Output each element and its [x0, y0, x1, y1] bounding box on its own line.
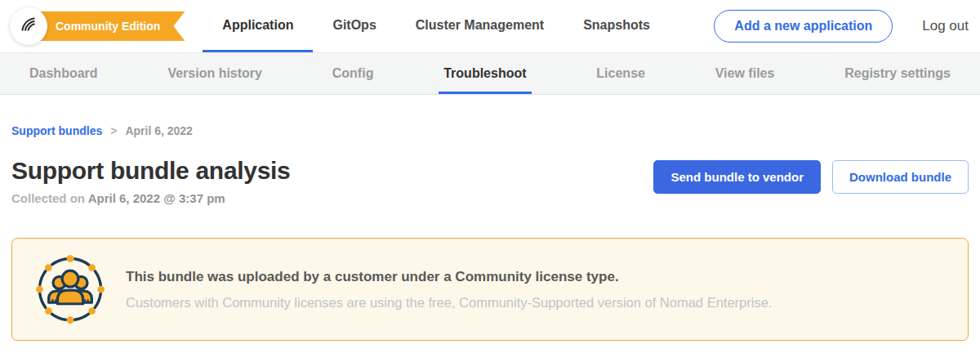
logout-link[interactable]: Log out — [922, 18, 969, 34]
page-title: Support bundle analysis — [11, 157, 290, 185]
bundle-actions: Send bundle to vendor Download bundle — [653, 160, 969, 194]
download-bundle-button[interactable]: Download bundle — [832, 160, 969, 194]
app-logo[interactable] — [10, 7, 47, 45]
banner-text: This bundle was uploaded by a customer u… — [126, 269, 772, 311]
banner-subtitle: Customers with Community licenses are us… — [126, 295, 772, 311]
edition-label: Community Edition — [56, 20, 160, 33]
top-nav-tabs: Application GitOps Cluster Management Sn… — [203, 0, 670, 52]
app-sub-navbar: Dashboard Version history Config Trouble… — [0, 52, 980, 95]
collected-line: Collected on April 6, 2022 @ 3:37 pm — [11, 191, 290, 205]
breadcrumb: Support bundles > April 6, 2022 — [11, 124, 969, 137]
replicated-logo-icon — [18, 14, 39, 38]
subnav-item-version-history[interactable]: Version history — [163, 53, 267, 94]
subnav-item-registry-settings[interactable]: Registry settings — [840, 53, 956, 94]
subnav-item-troubleshoot[interactable]: Troubleshoot — [439, 53, 531, 94]
tab-application[interactable]: Application — [203, 0, 313, 52]
banner-title: This bundle was uploaded by a customer u… — [126, 269, 772, 285]
send-bundle-to-vendor-button[interactable]: Send bundle to vendor — [653, 160, 821, 194]
brand-area: Community Edition — [10, 0, 185, 52]
top-nav-right: Add a new application Log out — [714, 0, 969, 52]
title-block: Support bundle analysis Collected on Apr… — [11, 157, 290, 205]
subnav-item-dashboard[interactable]: Dashboard — [24, 53, 103, 94]
add-application-button[interactable]: Add a new application — [714, 10, 893, 43]
edition-ribbon: Community Edition — [38, 11, 185, 41]
subnav-item-config[interactable]: Config — [327, 53, 379, 94]
subnav-item-view-files[interactable]: View files — [710, 53, 780, 94]
subnav-item-license[interactable]: License — [591, 53, 650, 94]
collected-date: April 6, 2022 @ 3:37 pm — [88, 191, 225, 205]
title-row: Support bundle analysis Collected on Apr… — [11, 157, 969, 205]
tab-snapshots[interactable]: Snapshots — [564, 0, 670, 52]
top-navbar: Community Edition Application GitOps Clu… — [0, 0, 980, 52]
tab-cluster-management[interactable]: Cluster Management — [396, 0, 564, 52]
main-content: Support bundles > April 6, 2022 Support … — [0, 95, 980, 341]
tab-gitops[interactable]: GitOps — [313, 0, 395, 52]
collected-prefix: Collected on — [11, 191, 85, 205]
community-license-banner: This bundle was uploaded by a customer u… — [11, 238, 969, 341]
breadcrumb-separator: > — [110, 124, 117, 137]
breadcrumb-support-bundles-link[interactable]: Support bundles — [11, 124, 102, 137]
community-people-icon — [35, 254, 105, 324]
breadcrumb-current: April 6, 2022 — [125, 124, 193, 137]
